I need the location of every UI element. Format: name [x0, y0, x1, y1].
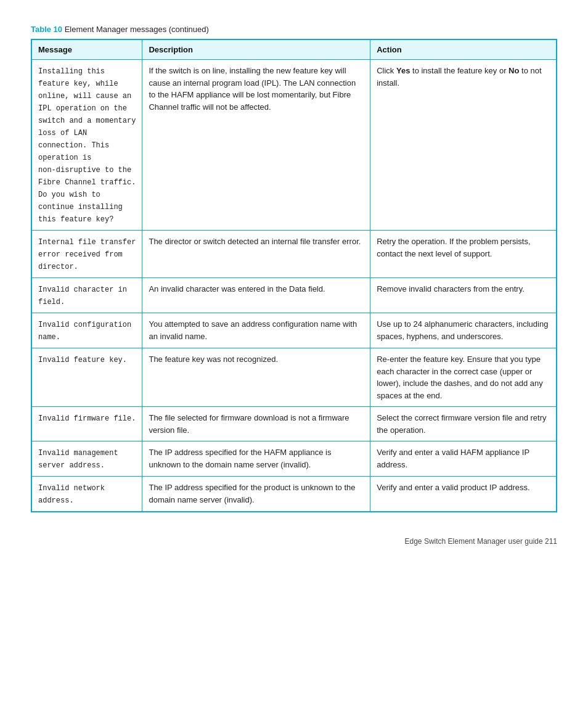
cell-description: The IP address specified for the product…	[142, 477, 370, 512]
cell-message: Invalid firmware file.	[31, 407, 142, 441]
cell-description: If the switch is on line, installing the…	[142, 60, 370, 231]
cell-action: Click Yes to install the feature key or …	[370, 60, 557, 231]
table-rest: Element Manager messages (continued)	[62, 25, 209, 34]
table-title: Table 10 Element Manager messages (conti…	[31, 25, 557, 34]
table-row: Invalid configuration name.You attempted…	[31, 313, 557, 348]
table-row: Invalid management server address.The IP…	[31, 441, 557, 477]
table-row: Invalid network address.The IP address s…	[31, 477, 557, 512]
cell-message: Invalid feature key.	[31, 348, 142, 407]
col-header-message: Message	[31, 39, 142, 60]
cell-description: The director or switch detected an inter…	[142, 231, 370, 278]
table-row: Invalid firmware file.The file selected …	[31, 407, 557, 441]
col-header-action: Action	[370, 39, 557, 60]
table-label: Table 10	[31, 25, 62, 34]
cell-description: The feature key was not recognized.	[142, 348, 370, 407]
cell-message: Invalid character in field.	[31, 278, 142, 313]
main-table: Message Description Action Installing th…	[31, 39, 557, 512]
cell-action: Remove invalid characters from the entry…	[370, 278, 557, 313]
cell-description: An invalid character was entered in the …	[142, 278, 370, 313]
page-footer: Edge Switch Element Manager user guide 2…	[31, 537, 557, 546]
table-row: Invalid feature key.The feature key was …	[31, 348, 557, 407]
footer-text: Edge Switch Element Manager user guide 2…	[405, 537, 557, 546]
cell-action: Verify and enter a valid product IP addr…	[370, 477, 557, 512]
cell-description: The file selected for firmware download …	[142, 407, 370, 441]
cell-message: Invalid management server address.	[31, 441, 142, 477]
cell-description: The IP address specified for the HAFM ap…	[142, 441, 370, 477]
cell-action: Re-enter the feature key. Ensure that yo…	[370, 348, 557, 407]
col-header-description: Description	[142, 39, 370, 60]
cell-description: You attempted to save an address configu…	[142, 313, 370, 348]
cell-action: Use up to 24 alphanumeric characters, in…	[370, 313, 557, 348]
table-row: Installing this feature key, while onlin…	[31, 60, 557, 231]
cell-action: Retry the operation. If the problem pers…	[370, 231, 557, 278]
cell-message: Invalid network address.	[31, 477, 142, 512]
cell-message: Invalid configuration name.	[31, 313, 142, 348]
table-row: Invalid character in field.An invalid ch…	[31, 278, 557, 313]
cell-action: Verify and enter a valid HAFM appliance …	[370, 441, 557, 477]
cell-message: Internal file transfer error received fr…	[31, 231, 142, 278]
cell-action: Select the correct firmware version file…	[370, 407, 557, 441]
table-header-row: Message Description Action	[31, 39, 557, 60]
table-row: Internal file transfer error received fr…	[31, 231, 557, 278]
cell-message: Installing this feature key, while onlin…	[31, 60, 142, 231]
